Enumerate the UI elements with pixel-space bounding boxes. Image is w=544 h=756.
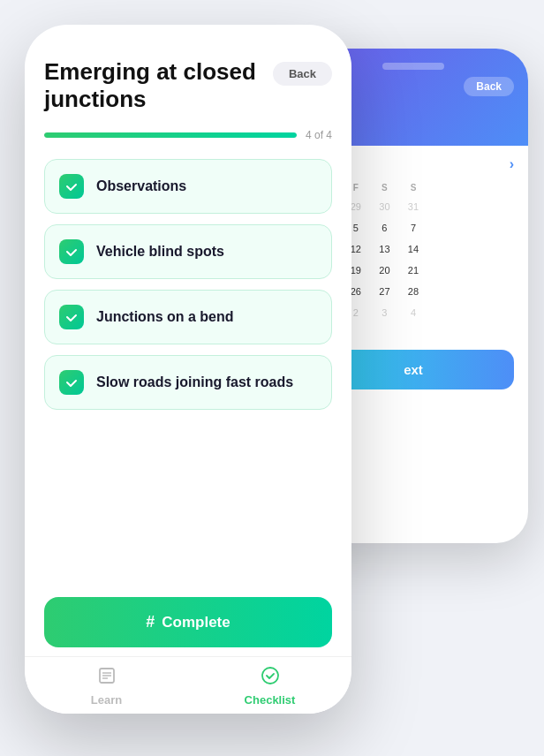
nav-item-learn[interactable]: Learn bbox=[25, 666, 188, 707]
checklist-label-1: Observations bbox=[96, 178, 186, 194]
checklist-item-2[interactable]: Vehicle blind spots bbox=[44, 224, 332, 279]
checkbox-4[interactable] bbox=[59, 370, 84, 395]
cal-day[interactable]: 4 bbox=[399, 304, 428, 321]
checklist-item-4[interactable]: Slow roads joining fast roads bbox=[44, 355, 332, 410]
cal-day[interactable]: 7 bbox=[399, 219, 428, 237]
checkbox-1[interactable] bbox=[59, 174, 84, 199]
learn-icon bbox=[97, 666, 117, 690]
cal-day[interactable]: 20 bbox=[370, 261, 399, 279]
front-phone: Emerging at closed junctions Back 4 of 4 bbox=[25, 25, 351, 714]
cal-day[interactable]: 30 bbox=[370, 198, 399, 215]
phone-content: Emerging at closed junctions Back 4 of 4 bbox=[25, 44, 351, 656]
cal-day[interactable]: 3 bbox=[370, 304, 399, 321]
phone-notch bbox=[144, 25, 232, 44]
checklist-item-3[interactable]: Junctions on a bend bbox=[44, 290, 332, 344]
back-phone-notch bbox=[382, 63, 444, 70]
header-row: Emerging at closed junctions Back bbox=[44, 58, 332, 113]
complete-button[interactable]: # Complete bbox=[44, 597, 332, 647]
checklist-label-2: Vehicle blind spots bbox=[96, 244, 224, 260]
cal-day[interactable]: 31 bbox=[399, 198, 428, 215]
progress-label: 4 of 4 bbox=[306, 129, 332, 141]
back-button[interactable]: Back bbox=[273, 62, 332, 86]
checklist-label: Checklist bbox=[245, 693, 296, 707]
check-icon-1 bbox=[65, 180, 78, 193]
learn-label: Learn bbox=[91, 693, 122, 707]
nav-item-checklist[interactable]: Checklist bbox=[188, 666, 351, 707]
cal-day[interactable]: 14 bbox=[399, 240, 428, 258]
week-header-s2: S bbox=[399, 181, 428, 194]
page-title: Emerging at closed junctions bbox=[44, 58, 256, 113]
checkbox-2[interactable] bbox=[59, 239, 84, 264]
cal-day[interactable]: 6 bbox=[370, 219, 399, 237]
check-icon-2 bbox=[65, 246, 78, 258]
week-header-s1: S bbox=[370, 181, 399, 194]
progress-track bbox=[44, 132, 297, 138]
progress-fill bbox=[44, 132, 297, 138]
complete-icon: # bbox=[146, 613, 155, 631]
complete-label: Complete bbox=[162, 614, 230, 631]
checklist-item-1[interactable]: Observations bbox=[44, 159, 332, 214]
cal-day[interactable]: 13 bbox=[370, 240, 399, 258]
calendar-chevron-icon[interactable]: › bbox=[510, 156, 514, 172]
checklist-label-3: Junctions on a bend bbox=[96, 309, 234, 325]
progress-row: 4 of 4 bbox=[44, 129, 332, 141]
front-phone-inner: Emerging at closed junctions Back 4 of 4 bbox=[25, 25, 351, 714]
checklist-label-4: Slow roads joining fast roads bbox=[96, 374, 293, 390]
cal-day[interactable]: 28 bbox=[399, 283, 428, 300]
cal-day[interactable]: 21 bbox=[399, 261, 428, 279]
checklist: Observations Vehicle blind spots bbox=[44, 159, 332, 585]
check-icon-3 bbox=[65, 311, 78, 323]
back-phone-back-button[interactable]: Back bbox=[464, 77, 514, 96]
checklist-icon bbox=[261, 666, 280, 690]
checkbox-3[interactable] bbox=[59, 305, 84, 329]
svg-point-4 bbox=[262, 668, 278, 684]
check-icon-4 bbox=[65, 376, 78, 389]
cal-day[interactable]: 27 bbox=[370, 283, 399, 300]
bottom-nav: Learn Checklist bbox=[25, 656, 351, 714]
